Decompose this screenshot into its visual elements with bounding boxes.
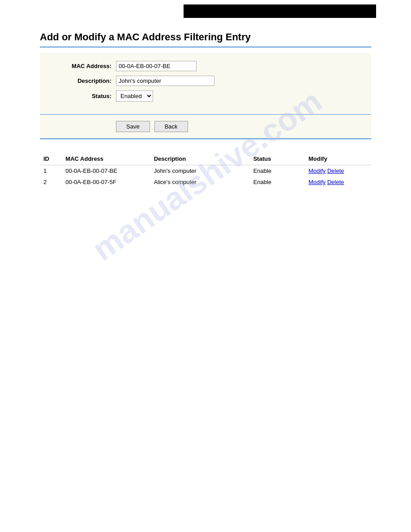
status-row: Status: Enabled Disabled bbox=[44, 90, 367, 102]
table-row: 2 00-0A-EB-00-07-5F Alice's computer Ena… bbox=[40, 176, 371, 188]
cell-modify: Modify Delete bbox=[305, 165, 371, 177]
col-header-id: ID bbox=[40, 153, 62, 165]
table-section: ID MAC Address Description Status Modify… bbox=[40, 153, 371, 188]
cell-status: Enable bbox=[250, 176, 305, 188]
table-header-row: ID MAC Address Description Status Modify bbox=[40, 153, 371, 165]
modify-link[interactable]: Modify bbox=[308, 179, 325, 185]
page-title: Add or Modify a MAC Address Filtering En… bbox=[40, 31, 371, 47]
status-select[interactable]: Enabled Disabled bbox=[116, 90, 153, 102]
status-label: Status: bbox=[44, 93, 116, 99]
col-header-modify: Modify bbox=[305, 153, 371, 165]
mac-filter-table: ID MAC Address Description Status Modify… bbox=[40, 153, 371, 188]
save-button[interactable]: Save bbox=[116, 121, 150, 132]
description-input[interactable] bbox=[116, 76, 214, 86]
back-button[interactable]: Back bbox=[154, 121, 188, 132]
modify-link[interactable]: Modify bbox=[308, 167, 325, 174]
cell-status: Enable bbox=[250, 165, 305, 177]
mac-address-label: MAC Address: bbox=[44, 63, 116, 69]
cell-mac: 00-0A-EB-00-07-BE bbox=[62, 165, 150, 177]
cell-id: 1 bbox=[40, 165, 62, 177]
cell-description: John's computer bbox=[150, 165, 250, 177]
cell-mac: 00-0A-EB-00-07-5F bbox=[62, 176, 150, 188]
table-row: 1 00-0A-EB-00-07-BE John's computer Enab… bbox=[40, 165, 371, 177]
col-header-status: Status bbox=[250, 153, 305, 165]
delete-link[interactable]: Delete bbox=[327, 179, 344, 185]
cell-modify: Modify Delete bbox=[305, 176, 371, 188]
description-label: Description: bbox=[44, 77, 116, 84]
mac-address-input[interactable] bbox=[116, 61, 197, 71]
col-header-description: Description bbox=[150, 153, 250, 165]
cell-description: Alice's computer bbox=[150, 176, 250, 188]
top-bar bbox=[184, 4, 376, 18]
description-row: Description: bbox=[44, 76, 367, 86]
mac-address-row: MAC Address: bbox=[44, 61, 367, 71]
col-header-mac: MAC Address bbox=[62, 153, 150, 165]
main-container: Add or Modify a MAC Address Filtering En… bbox=[31, 27, 380, 192]
cell-id: 2 bbox=[40, 176, 62, 188]
button-row: Save Back bbox=[40, 115, 371, 139]
form-section: MAC Address: Description: Status: Enable… bbox=[40, 53, 371, 115]
delete-link[interactable]: Delete bbox=[327, 167, 344, 174]
